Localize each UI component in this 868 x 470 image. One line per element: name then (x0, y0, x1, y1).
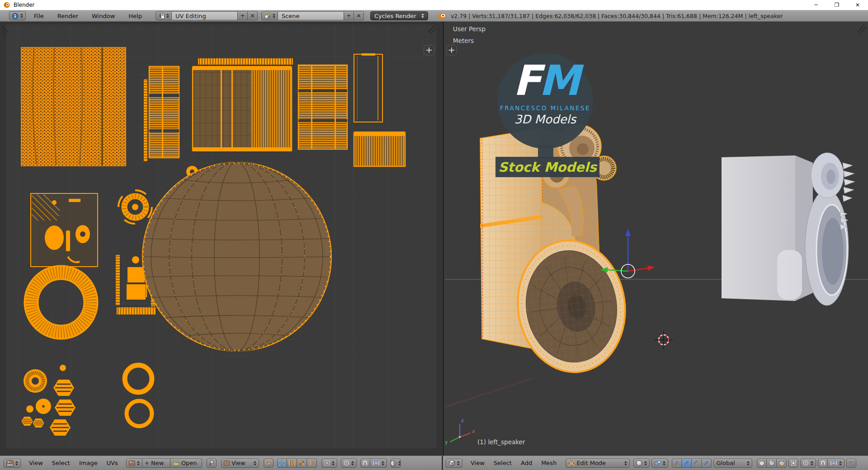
restore-button[interactable]: ❐ (826, 0, 847, 10)
window-titlebar: Blender ─ ❐ ✕ (0, 0, 868, 10)
split-area-handle[interactable] (424, 45, 434, 55)
uv-sync-selection-toggle[interactable] (264, 459, 274, 468)
uv-select-mode-face[interactable] (297, 459, 307, 468)
active-object-label: (1) left_speaker (477, 438, 525, 446)
updown-arrows-icon (254, 461, 256, 465)
proportional-circle-icon (344, 460, 349, 466)
render-engine-dropdown[interactable]: Cycles Render (370, 11, 428, 20)
manipulator-translate[interactable] (682, 459, 692, 468)
updown-arrows-icon (839, 461, 842, 465)
mini-axis-gizmo: z x y (445, 418, 475, 445)
snap-toggle[interactable] (360, 459, 370, 468)
manipulator-rotate[interactable] (692, 459, 702, 468)
uv-editor-pane[interactable] (0, 22, 443, 456)
checker-ball-icon (390, 460, 396, 466)
transform-orientation-dropdown[interactable]: Global (713, 459, 752, 468)
vp-menu-mesh[interactable]: Mesh (537, 460, 561, 466)
minimize-button[interactable]: ─ (806, 0, 826, 10)
manipulator-toggle[interactable] (672, 459, 682, 468)
viewport-shading-dropdown[interactable] (633, 459, 650, 468)
editor-type-button[interactable] (4, 459, 21, 468)
screen-layout-name[interactable]: UV Editing (172, 11, 238, 20)
updown-arrows-icon (351, 461, 354, 465)
uv-select-mode-edge[interactable] (287, 459, 297, 468)
uv-menu-view[interactable]: View (24, 460, 47, 466)
uv-island-dot[interactable] (60, 365, 66, 371)
uv-island-strip[interactable] (144, 79, 147, 161)
3d-cursor[interactable] (655, 331, 673, 349)
occlude-geometry-toggle[interactable] (788, 459, 798, 468)
view-mode-dropdown[interactable]: View (221, 459, 259, 468)
split-area-handle[interactable] (447, 45, 457, 55)
proportional-edit-dropdown[interactable] (341, 459, 357, 468)
updown-arrows-icon (166, 14, 169, 18)
image-browse-button[interactable] (126, 459, 142, 468)
watermark-letter-f: F (513, 56, 539, 105)
uv-menu-image[interactable]: Image (75, 460, 102, 466)
menu-window[interactable]: Window (87, 13, 119, 19)
uv-select-mode-island[interactable] (307, 459, 317, 468)
screen-layout-browse-button[interactable] (156, 11, 172, 20)
snap-toggle[interactable] (818, 459, 828, 468)
pivot-center-dropdown[interactable] (651, 459, 668, 468)
select-mode-edge[interactable] (767, 459, 777, 468)
vp-menu-select[interactable]: Select (489, 460, 516, 466)
select-mode-face[interactable] (777, 459, 787, 468)
watermark-letter-m: M (539, 56, 578, 105)
scene-name[interactable]: Scene (278, 11, 344, 20)
new-image-label: New (151, 460, 164, 466)
delete-scene-button[interactable]: ✕ (354, 11, 364, 20)
snap-element-dropdown[interactable] (828, 459, 844, 468)
mode-label: Edit Mode (576, 460, 623, 466)
vp-menu-view[interactable]: View (466, 460, 489, 466)
uv-island-sphere[interactable] (142, 162, 331, 351)
uv-island-gear-hub[interactable] (24, 369, 47, 393)
mode-dropdown[interactable]: Edit Mode (566, 459, 630, 468)
uv-island-grill-column-2[interactable] (298, 65, 347, 149)
face-select-icon (299, 460, 305, 466)
viewport-pane[interactable]: z x y User Persp Meters (1) left_speaker… (445, 22, 868, 456)
uv-island-driver-plate[interactable] (31, 193, 98, 267)
select-mode-vertex[interactable] (757, 459, 767, 468)
add-screen-layout-button[interactable]: + (238, 11, 248, 20)
updown-arrows-icon (20, 14, 23, 18)
display-repeat-button[interactable] (391, 459, 401, 468)
add-scene-button[interactable]: + (344, 11, 354, 20)
uv-island-knob[interactable] (36, 399, 51, 414)
uv-select-mode-vertex[interactable] (277, 459, 287, 468)
open-image-button[interactable]: Open (170, 459, 202, 468)
grid-x-axis-line (445, 378, 533, 407)
scene-browse-button[interactable] (261, 11, 278, 20)
axis-z-label: z (461, 418, 464, 423)
pane-corner-grip[interactable] (858, 24, 866, 33)
pin-image-button[interactable] (207, 459, 217, 468)
editor-type-button-info[interactable] (9, 11, 26, 20)
image-icon (129, 461, 135, 466)
editor-type-button[interactable] (446, 459, 462, 468)
new-image-button[interactable]: + New (142, 459, 170, 468)
uv-island-small-grid[interactable] (354, 132, 405, 166)
edge-select-icon (289, 460, 295, 466)
menu-help[interactable]: Help (124, 13, 146, 19)
uv-island-front-baffle[interactable] (193, 66, 292, 151)
proportional-edit-dropdown[interactable] (800, 459, 816, 468)
menu-render[interactable]: Render (53, 13, 83, 19)
vp-menu-add[interactable]: Add (516, 460, 537, 466)
updown-arrows-icon (273, 14, 275, 18)
uv-island-top-strip[interactable] (198, 58, 293, 65)
uv-island-dot-small[interactable] (26, 405, 33, 413)
opengl-render-button[interactable] (846, 459, 856, 468)
info-header: File Render Window Help UV Editing + ✕ S… (0, 10, 868, 22)
delete-screen-layout-button[interactable]: ✕ (248, 11, 258, 20)
right-speaker-object[interactable] (722, 153, 855, 306)
manipulator-scale[interactable] (702, 459, 712, 468)
scene-selector: Scene + ✕ (261, 11, 364, 20)
uv-menu-select[interactable]: Select (47, 460, 75, 466)
snap-element-dropdown[interactable] (370, 459, 387, 468)
close-button[interactable]: ✕ (847, 0, 868, 10)
uv-island-cabinet-shell[interactable] (21, 47, 126, 166)
sticky-selection-dropdown[interactable] (321, 459, 337, 468)
uv-island-grill-column[interactable] (149, 66, 179, 158)
uv-menu-uvs[interactable]: UVs (102, 460, 123, 466)
menu-file[interactable]: File (29, 13, 48, 19)
